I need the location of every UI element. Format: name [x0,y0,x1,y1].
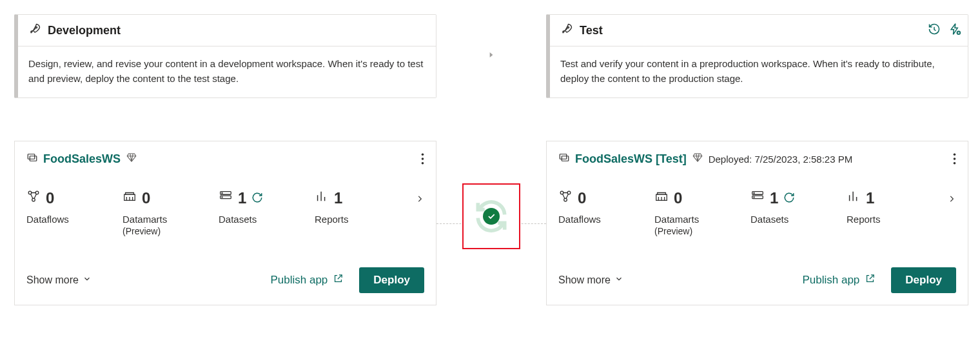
stat-dataflows: 0 Dataflows [558,189,626,225]
svg-point-19 [954,162,956,165]
stat-label: Dataflows [558,214,626,225]
chevron-right-icon[interactable] [487,50,496,62]
svg-point-26 [754,197,754,198]
publish-app-label: Publish app [802,274,859,287]
dataflows-icon [26,189,41,207]
stage-title: Test [580,24,603,37]
svg-rect-3 [28,154,35,159]
refresh-icon[interactable] [251,189,263,207]
stat-reports: 1 Reports [847,189,914,225]
show-more-label: Show more [558,274,611,286]
svg-point-6 [422,158,424,160]
stat-datasets: 1 Datasets [219,189,286,225]
stat-datamarts: 0 Datamarts (Preview) [654,189,722,236]
publish-app-link[interactable]: Publish app [270,273,344,287]
svg-point-22 [564,198,567,201]
stat-datasets: 1 Datasets [750,189,818,225]
chevron-down-icon [614,274,623,286]
datamarts-icon [122,189,137,207]
svg-point-20 [560,191,564,194]
svg-point-17 [954,153,956,156]
stat-label: Datasets [219,214,286,225]
rocket-icon [560,23,573,38]
refresh-icon[interactable] [783,189,795,207]
svg-point-0 [35,26,37,28]
stat-reports: 1 Reports [315,189,382,225]
stat-value: 1 [770,189,778,207]
stage-card-development: Development Design, review, and revise y… [14,14,436,98]
datamarts-icon [654,189,669,207]
stat-value: 0 [142,189,150,207]
svg-rect-16 [562,156,569,161]
external-link-icon [333,273,344,287]
stat-value: 1 [238,189,246,207]
svg-point-18 [954,158,956,160]
workspace-name[interactable]: FoodSalesWS [43,152,121,166]
svg-point-7 [422,162,424,165]
deploy-button[interactable]: Deploy [359,267,424,293]
show-more-label: Show more [26,274,79,286]
reports-icon [315,189,329,207]
stage-description: Test and verify your content in a prepro… [550,46,968,97]
workspace-name[interactable]: FoodSalesWS [Test] [575,152,687,166]
stat-value: 1 [334,189,342,207]
rocket-icon [28,23,41,38]
deploy-button[interactable]: Deploy [891,267,956,293]
check-badge-icon [483,208,500,225]
stage-header: Development [18,15,436,46]
stat-label: Reports [315,214,382,225]
stat-label: Datamarts [654,214,722,225]
stage-arrow-column [436,14,546,98]
stage-header: Test [550,15,968,46]
svg-point-1 [567,26,569,28]
show-more-button[interactable]: Show more [558,274,623,286]
sync-status-highlight [462,183,520,249]
stage-description: Design, review, and revise your content … [18,46,436,97]
sync-status-column [436,141,546,305]
svg-rect-15 [560,154,567,159]
svg-point-2 [957,31,960,34]
more-menu-button[interactable] [953,153,956,168]
stat-value: 0 [578,189,586,207]
workspace-icon [558,152,570,166]
stats-chevron-right-icon[interactable] [415,192,424,209]
svg-point-14 [222,197,222,198]
svg-point-21 [567,191,571,194]
chevron-down-icon [83,274,92,286]
stat-value: 1 [866,189,874,207]
stat-value: 0 [46,189,54,207]
workspace-icon [26,152,38,166]
svg-point-10 [32,198,35,201]
stat-datamarts: 0 Datamarts (Preview) [122,189,190,236]
show-more-button[interactable]: Show more [26,274,92,286]
settings-bolt-icon[interactable] [948,23,961,38]
stats-chevron-right-icon[interactable] [947,192,956,209]
stat-label: Dataflows [26,214,94,225]
stat-sublabel: (Preview) [122,226,190,236]
stat-label: Reports [847,214,914,225]
svg-point-5 [422,153,424,156]
svg-point-8 [28,191,32,194]
more-menu-button[interactable] [421,153,424,168]
svg-point-25 [754,192,754,193]
stat-dataflows: 0 Dataflows [26,189,94,225]
stage-card-test: Test Test and verify your content in a p… [546,14,968,98]
publish-app-link[interactable]: Publish app [802,273,876,287]
dataflows-icon [558,189,573,207]
history-icon[interactable] [928,23,941,38]
datasets-icon [219,189,233,207]
stage-title: Development [48,24,121,37]
deployed-timestamp: Deployed: 7/25/2023, 2:58:23 PM [709,154,853,165]
stat-value: 0 [674,189,682,207]
external-link-icon [865,273,876,287]
workspace-card-test: FoodSalesWS [Test] Deployed: 7/25/2023, … [546,141,968,305]
premium-diamond-icon [692,152,703,166]
stat-label: Datasets [750,214,818,225]
publish-app-label: Publish app [270,274,328,287]
stat-label: Datamarts [122,214,190,225]
premium-diamond-icon [126,152,137,166]
reports-icon [847,189,861,207]
workspace-card-dev: FoodSalesWS 0 Dataflows [14,141,436,305]
datasets-icon [750,189,765,207]
stat-sublabel: (Preview) [654,226,722,236]
